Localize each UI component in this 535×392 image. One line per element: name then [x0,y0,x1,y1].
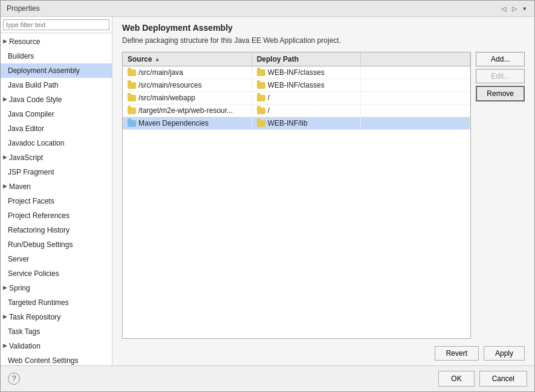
sidebar-item-java-editor[interactable]: Java Editor [1,121,112,136]
remove-button[interactable]: Remove [476,86,525,101]
help-button[interactable]: ? [8,373,20,385]
sidebar-item-java-compiler[interactable]: Java Compiler [1,107,112,121]
cancel-button[interactable]: Cancel [479,371,527,387]
table-row[interactable]: /src/main/resourcesWEB-INF/classes [123,79,470,92]
sidebar-item-refactoring-history[interactable]: Refactoring History [1,223,112,237]
dialog-footer: ? OK Cancel [1,365,534,391]
source-text: /src/main/resources [138,81,202,89]
folder-icon [128,108,136,114]
sidebar-item-label: Java Compiler [8,110,54,118]
sidebar-item-javadoc-location[interactable]: Javadoc Location [1,136,112,150]
deploy-path-cell: WEB-INF/classes [252,79,362,91]
extra-cell [361,79,470,91]
deploy-path-text: WEB-INF/classes [268,81,325,89]
nav-dropdown-button[interactable]: ▾ [521,5,528,13]
table-body: /src/main/javaWEB-INF/classes/src/main/r… [123,66,470,338]
source-cell: Maven Dependencies [123,117,252,129]
deploy-path-text: / [268,94,270,102]
sidebar-list: ▶ResourceBuildersDeployment AssemblyJava… [1,33,112,365]
revert-button[interactable]: Revert [435,346,479,361]
extra-cell [361,117,470,129]
expand-icon: ▶ [3,342,7,350]
expand-icon: ▶ [3,95,7,104]
add-button[interactable]: Add... [476,52,525,66]
expand-icon: ▶ [3,284,7,292]
deploy-folder-icon [257,108,265,114]
side-action-buttons: Add... Edit... Remove [476,52,525,339]
deploy-folder-icon [257,120,265,127]
sidebar-item-java-code-style[interactable]: ▶Java Code Style [1,92,112,107]
sidebar-item-spring[interactable]: ▶Spring [1,281,112,295]
sidebar-item-maven[interactable]: ▶Maven [1,179,112,194]
extra-cell [361,104,470,117]
nav-forward-button[interactable]: ▷ [510,5,519,13]
sidebar-item-deployment-assembly[interactable]: Deployment Assembly [1,63,112,78]
sidebar-item-service-policies[interactable]: Service Policies [1,266,112,281]
sidebar: ▶ResourceBuildersDeployment AssemblyJava… [1,17,112,365]
sidebar-item-label: Web Content Settings [8,356,79,365]
sidebar-item-label: Java Build Path [8,81,58,89]
sort-arrow-icon: ▲ [155,56,160,62]
extra-cell [361,66,470,79]
deploy-folder-icon [257,69,265,76]
expand-icon: ▶ [3,37,7,46]
apply-button[interactable]: Apply [484,346,525,361]
sidebar-item-run-debug-settings[interactable]: Run/Debug Settings [1,237,112,252]
sidebar-item-jsp-fragment[interactable]: JSP Fragment [1,165,112,179]
sidebar-item-label: Deployment Assembly [8,66,80,75]
sidebar-item-server[interactable]: Server [1,252,112,266]
sidebar-item-label: Java Editor [8,124,44,133]
sidebar-item-label: Task Repository [9,312,60,323]
sidebar-item-label: Builders [8,52,34,60]
sidebar-item-targeted-runtimes[interactable]: Targeted Runtimes [1,295,112,310]
ok-button[interactable]: OK [438,371,474,387]
title-bar: Properties ◁ ▷ ▾ [1,1,534,17]
expand-icon: ▶ [3,182,7,191]
maven-folder-icon [128,120,136,127]
sidebar-item-label: Server [8,255,29,263]
dialog: Properties ◁ ▷ ▾ ▶ResourceBuildersDeploy… [0,0,535,392]
table-row[interactable]: Maven DependenciesWEB-INF/lib [123,117,470,130]
sidebar-item-label: Spring [9,283,30,294]
sidebar-item-label: Targeted Runtimes [8,298,69,307]
deploy-path-text: WEB-INF/classes [268,68,325,77]
nav-back-button[interactable]: ◁ [499,5,508,13]
table-row[interactable]: /target/m2e-wtp/web-resour.../ [123,104,470,117]
sidebar-item-builders[interactable]: Builders [1,49,112,63]
sidebar-item-task-tags[interactable]: Task Tags [1,324,112,339]
deploy-path-text: / [268,106,270,115]
sidebar-item-java-build-path[interactable]: Java Build Path [1,78,112,92]
deployment-table: Source ▲ Deploy Path /src/main/javaWEB-I… [122,52,471,339]
search-input[interactable] [3,19,109,30]
footer-right: OK Cancel [438,371,527,387]
main-panel: Source ▲ Deploy Path /src/main/javaWEB-I… [112,52,534,344]
footer-left: ? [8,373,20,385]
table-row[interactable]: /src/main/webapp/ [123,92,470,104]
table-row[interactable]: /src/main/javaWEB-INF/classes [123,66,470,79]
sidebar-item-web-content-settings[interactable]: Web Content Settings [1,353,112,365]
sidebar-item-javascript[interactable]: ▶JavaScript [1,150,112,165]
sidebar-item-label: Service Policies [8,269,59,278]
sidebar-item-task-repository[interactable]: ▶Task Repository [1,310,112,324]
source-text: /target/m2e-wtp/web-resour... [138,106,233,115]
sidebar-item-label: Task Tags [8,327,40,336]
sidebar-item-label: Resource [9,36,40,47]
extra-cell [361,92,470,104]
folder-icon [128,69,136,76]
edit-button[interactable]: Edit... [476,69,525,83]
source-column-header: Source ▲ [123,53,252,66]
bottom-buttons: Revert Apply [112,344,534,365]
dialog-title: Properties [7,4,40,13]
folder-icon [128,82,136,89]
deploy-path-text: WEB-INF/lib [268,119,308,127]
deploy-path-cell: / [252,104,362,117]
sidebar-item-validation[interactable]: ▶Validation [1,339,112,353]
source-cell: /target/m2e-wtp/web-resour... [123,104,252,117]
deploy-path-cell: / [252,92,362,104]
sidebar-item-resource[interactable]: ▶Resource [1,34,112,49]
sidebar-item-project-references[interactable]: Project References [1,208,112,223]
sidebar-item-label: Javadoc Location [8,139,64,147]
sidebar-item-label: JSP Fragment [8,168,54,176]
extra-column-header [361,53,470,66]
sidebar-item-project-facets[interactable]: Project Facets [1,194,112,208]
